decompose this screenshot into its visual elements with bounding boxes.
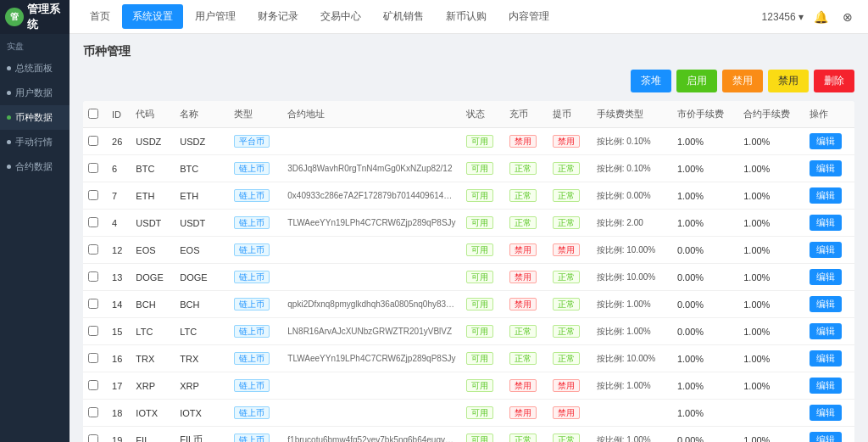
nav-finance[interactable]: 财务记录 [248,4,309,29]
cell-id: 15 [107,318,131,345]
row-checkbox[interactable] [88,407,98,417]
nav-content[interactable]: 内容管理 [498,4,559,29]
nav-miner[interactable]: 矿机销售 [373,4,434,29]
cell-fee-type: 按比例: 1.00% [592,427,672,443]
type-link[interactable]: 链上币 [234,434,270,443]
cell-contract: f1brucotu6bmw4fg52yev7bk5nq6b64euqv4kcbq [282,427,460,443]
detail-button[interactable]: 编辑 [810,432,842,442]
cell-charge: 禁用 [504,237,548,264]
btn-add[interactable]: 茶堆 [631,70,671,92]
cell-name: FIL币 [175,427,229,443]
type-link[interactable]: 链上币 [234,298,270,311]
cell-code: DOGE [131,264,175,291]
withdraw-badge: 正常 [553,216,580,229]
cell-action: 编辑 [804,128,854,155]
btn-freeze[interactable]: 禁用 [768,70,809,92]
row-checkbox[interactable] [88,299,98,309]
cell-contract [282,264,460,291]
page-title: 币种管理 [83,44,854,59]
cell-action: 编辑 [804,400,854,427]
row-checkbox[interactable] [88,353,98,363]
detail-button[interactable]: 编辑 [810,405,842,421]
col-contract-fee: 合约手续费 [738,101,804,128]
cell-id: 18 [107,400,131,427]
detail-button[interactable]: 编辑 [810,133,842,149]
cell-action: 编辑 [804,372,854,400]
cell-withdraw: 正常 [548,291,591,318]
detail-button[interactable]: 编辑 [810,187,842,204]
type-link[interactable]: 链上币 [234,216,270,229]
sidebar-item-manual[interactable]: 手动行情 [0,130,70,154]
exit-icon[interactable]: ⊗ [837,7,858,27]
cell-contract: TLWAeeYYn19LPh4C7CRW6Zjp289qP8SJy [282,345,460,372]
cell-charge: 正常 [504,155,548,182]
btn-enable[interactable]: 启用 [676,70,717,92]
sidebar-item-coindata[interactable]: 币种数据 [0,105,70,130]
type-link[interactable]: 平台币 [234,135,270,148]
notification-icon[interactable]: 🔔 [810,7,831,27]
sidebar-item-contract[interactable]: 合约数据 [0,154,70,179]
detail-button[interactable]: 编辑 [810,242,842,258]
cell-status: 可用 [461,210,504,237]
row-checkbox[interactable] [88,271,98,282]
sidebar-section-title: 实盘 [0,34,70,56]
type-link[interactable]: 链上币 [234,325,270,338]
withdraw-badge: 禁用 [553,379,580,392]
charge-badge: 正常 [509,189,537,202]
row-checkbox[interactable] [88,244,98,255]
nav-newcoin[interactable]: 新币认购 [436,4,497,29]
btn-delete[interactable]: 删除 [814,70,854,92]
cell-withdraw: 正常 [548,345,591,372]
type-link[interactable]: 链上币 [234,406,270,419]
topnav-user[interactable]: 123456 ▾ [762,11,804,23]
sidebar-item-dashboard[interactable]: 总统面板 [0,56,70,81]
cell-id: 7 [107,182,131,210]
cell-withdraw: 禁用 [548,237,591,264]
nav-users[interactable]: 用户管理 [185,4,246,29]
cell-code: FIL [131,427,175,443]
select-all-checkbox[interactable] [88,109,98,119]
row-checkbox[interactable] [88,190,98,200]
cell-status: 可用 [461,264,504,291]
cell-market-fee: 1.00% [672,345,738,372]
nav-home[interactable]: 首页 [80,4,120,29]
col-type: 类型 [229,101,282,128]
detail-button[interactable]: 编辑 [810,160,842,176]
cell-fee-type: 按比例: 2.00 [592,210,672,237]
row-checkbox[interactable] [88,326,98,336]
detail-button[interactable]: 编辑 [810,378,842,394]
row-checkbox[interactable] [88,434,98,443]
charge-badge: 正常 [509,216,537,229]
cell-code: BTC [131,155,175,182]
type-link[interactable]: 链上币 [234,189,270,202]
row-checkbox[interactable] [88,217,98,227]
nav-system[interactable]: 系统设置 [122,4,183,29]
type-link[interactable]: 链上币 [234,243,270,256]
detail-button[interactable]: 编辑 [810,350,842,366]
cell-contract-fee [738,400,804,427]
row-checkbox[interactable] [88,380,98,390]
btn-disable[interactable]: 禁用 [722,70,763,92]
cell-contract: 3D6Jq8WavhR0rgTnN4mGg0KxNZup82/12 [282,155,460,182]
cell-name: BTC [175,155,229,182]
cell-id: 14 [107,291,131,318]
row-checkbox[interactable] [88,163,98,173]
detail-button[interactable]: 编辑 [810,296,842,312]
detail-button[interactable]: 编辑 [810,269,842,285]
sidebar-item-userdata[interactable]: 用户数据 [0,81,70,105]
cell-id: 4 [107,210,131,237]
nav-trade[interactable]: 交易中心 [310,4,371,29]
cell-market-fee: 0.00% [672,291,738,318]
type-link[interactable]: 链上币 [234,379,270,392]
type-link[interactable]: 链上币 [234,352,270,365]
detail-button[interactable]: 编辑 [810,323,842,339]
withdraw-badge: 正常 [553,189,580,202]
cell-action: 编辑 [804,318,854,345]
cell-action: 编辑 [804,182,854,210]
cell-market-fee: 1.00% [672,400,738,427]
detail-button[interactable]: 编辑 [810,215,842,231]
row-checkbox[interactable] [88,136,98,146]
type-link[interactable]: 链上币 [234,162,270,175]
type-link[interactable]: 链上币 [234,271,270,283]
cell-contract [282,372,460,400]
